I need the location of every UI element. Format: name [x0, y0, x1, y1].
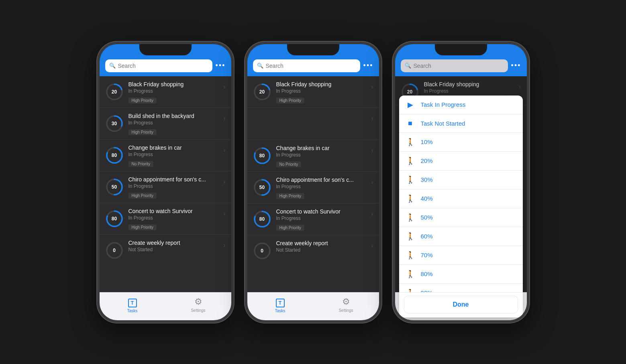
dropdown-item-not-started[interactable]: ■ Task Not Started [399, 114, 523, 133]
progress-label-1-6: 0 [113, 248, 116, 253]
priority-badge-1-4: High Priority [128, 193, 157, 199]
priority-badge-1-5: High Priority [128, 224, 157, 230]
progress-label-2-6: 0 [261, 248, 263, 254]
settings-icon-2: ⚙ [342, 297, 350, 307]
tab-settings-label-2: Settings [338, 308, 353, 313]
search-icon-1: 🔍 [109, 63, 116, 69]
dropdown-item-30[interactable]: 🚶 30% [399, 171, 523, 189]
task-item-1-1[interactable]: 20 Black Friday shopping In Progress Hig… [100, 76, 231, 108]
task-status-1-5: In Progress [128, 215, 219, 221]
more-dots-1[interactable]: ••• [216, 61, 226, 70]
chevron-icon-1-6: › [224, 242, 226, 248]
search-input-3[interactable] [414, 63, 504, 69]
search-bar-1[interactable]: 🔍 [105, 59, 212, 72]
tab-tasks-2[interactable]: T Tasks [247, 297, 313, 313]
task-item-2-6[interactable]: 0 Create weekly report Not Started › [247, 235, 379, 264]
task-item-2-2-swiped[interactable]: 30 ...he backyard In Progress › ••• More [247, 108, 379, 140]
chevron-icon-2-2: › [371, 115, 373, 122]
chevron-icon-1-3: › [224, 147, 226, 153]
progress-circle-1-6: 0 [105, 241, 124, 260]
priority-badge-1-3: No Priority [128, 161, 154, 167]
dropdown-label-30: 30% [421, 176, 433, 183]
tab-tasks-1[interactable]: T Tasks [100, 297, 165, 313]
task-info-1-1: Black Friday shopping In Progress High P… [128, 81, 219, 104]
task-item-1-6[interactable]: 0 Create weekly report Not Started › [100, 235, 231, 264]
progress-circle-1-3: 80 [105, 146, 124, 165]
task-status-1-2: In Progress [128, 120, 219, 126]
task-name-2-3: Change brakes in car [276, 145, 367, 151]
task-item-2-1[interactable]: 20 Black Friday shopping In Progress Hig… [247, 76, 379, 108]
more-dots-2[interactable]: ••• [363, 61, 373, 70]
task-status-3-1: In Progress [424, 88, 514, 94]
tab-settings-label-1: Settings [191, 308, 205, 313]
dropdown-label-60: 60% [421, 233, 433, 240]
dropdown-item-10[interactable]: 🚶 10% [399, 133, 523, 152]
dropdown-item-90[interactable]: 🚶 90% [399, 284, 523, 292]
progress-label-2-1: 20 [259, 89, 265, 95]
task-status-2-1: In Progress [276, 88, 367, 94]
task-name-1-1: Black Friday shopping [128, 81, 219, 87]
dropdown-label-in-progress: Task In Progress [421, 101, 466, 108]
dropdown-item-in-progress[interactable]: ▶ Task In Progress [399, 96, 523, 114]
notch-2 [287, 44, 339, 55]
tab-settings-2[interactable]: ⚙ Settings [313, 297, 379, 313]
dropdown-item-80[interactable]: 🚶 80% [399, 265, 523, 284]
priority-badge-2-4: High Priority [276, 193, 304, 199]
task-name-3-1: Black Friday shopping [424, 81, 514, 87]
dropdown-item-20[interactable]: 🚶 20% [399, 152, 523, 171]
search-bar-2[interactable]: 🔍 [253, 59, 360, 72]
task-content-2-2: 30 ...he backyard In Progress › [247, 108, 379, 140]
search-input-2[interactable] [266, 63, 356, 69]
search-bar-3[interactable]: 🔍 [401, 59, 508, 72]
dropdown-label-40: 40% [421, 195, 433, 202]
progress-circle-1-5: 80 [105, 209, 124, 228]
task-item-1-3[interactable]: 80 Change brakes in car In Progress No P… [100, 140, 231, 171]
chevron-icon-2-4: › [371, 179, 373, 185]
dropdown-label-10: 10% [421, 138, 433, 145]
dropdown-done-btn[interactable]: Done [404, 296, 518, 313]
task-item-2-4[interactable]: 50 Chiro appointment for son's c... In P… [247, 172, 379, 203]
dropdown-label-50: 50% [421, 214, 433, 221]
search-input-1[interactable] [118, 63, 208, 69]
walk-icon-60: 🚶 [406, 232, 415, 241]
priority-badge-2-3: No Priority [276, 161, 302, 167]
task-item-1-2[interactable]: 30 Build shed in the backyard In Progres… [100, 108, 231, 140]
task-name-1-5: Concert to watch Survivor [128, 208, 219, 214]
tab-tasks-label-2: Tasks [275, 309, 285, 313]
task-item-2-3[interactable]: 80 Change brakes in car In Progress No P… [247, 140, 379, 172]
progress-label-3-1: 20 [407, 89, 412, 95]
chevron-icon-2-5: › [371, 211, 373, 217]
task-info-2-5: Concert to watch Survivor In Progress Hi… [276, 208, 367, 231]
task-item-2-5[interactable]: 80 Concert to watch Survivor In Progress… [247, 203, 379, 235]
task-item-1-5[interactable]: 80 Concert to watch Survivor In Progress… [100, 203, 231, 235]
walk-icon-70: 🚶 [406, 251, 415, 260]
progress-circle-2-4: 50 [253, 178, 271, 197]
progress-circle-1-2: 30 [105, 114, 124, 133]
progress-label-1-5: 80 [112, 216, 117, 222]
stop-icon: ■ [406, 119, 415, 128]
dropdown-item-50[interactable]: 🚶 50% [399, 208, 523, 227]
task-status-1-6: Not Started [128, 247, 219, 252]
tab-settings-1[interactable]: ⚙ Settings [165, 297, 231, 313]
progress-circle-1-4: 50 [105, 178, 124, 196]
dropdown-item-40[interactable]: 🚶 40% [399, 189, 523, 208]
tab-tasks-label-1: Tasks [127, 309, 138, 313]
done-btn-container: Done [399, 292, 523, 317]
task-info-1-3: Change brakes in car In Progress No Prio… [128, 144, 219, 167]
tasks-icon-1: T [128, 297, 137, 307]
task-info-2-3: Change brakes in car In Progress No Prio… [276, 145, 367, 167]
status-dropdown: ▶ Task In Progress ■ Task Not Started 🚶 … [399, 96, 523, 317]
progress-label-1-3: 80 [112, 153, 117, 158]
task-info-1-5: Concert to watch Survivor In Progress Hi… [128, 208, 219, 230]
task-name-1-4: Chiro appointment for son's c... [128, 176, 219, 183]
task-name-1-6: Create weekly report [128, 240, 219, 246]
task-info-1-2: Build shed in the backyard In Progress H… [128, 113, 219, 135]
dropdown-item-70[interactable]: 🚶 70% [399, 246, 523, 265]
task-item-1-4[interactable]: 50 Chiro appointment for son's c... In P… [100, 171, 231, 203]
priority-badge-2-1: High Priority [276, 98, 304, 104]
dropdown-label-80: 80% [421, 270, 433, 277]
dropdown-item-60[interactable]: 🚶 60% [399, 227, 523, 246]
task-status-2-5: In Progress [276, 216, 367, 221]
walk-icon-20: 🚶 [406, 157, 415, 165]
more-dots-3[interactable]: ••• [511, 61, 521, 70]
